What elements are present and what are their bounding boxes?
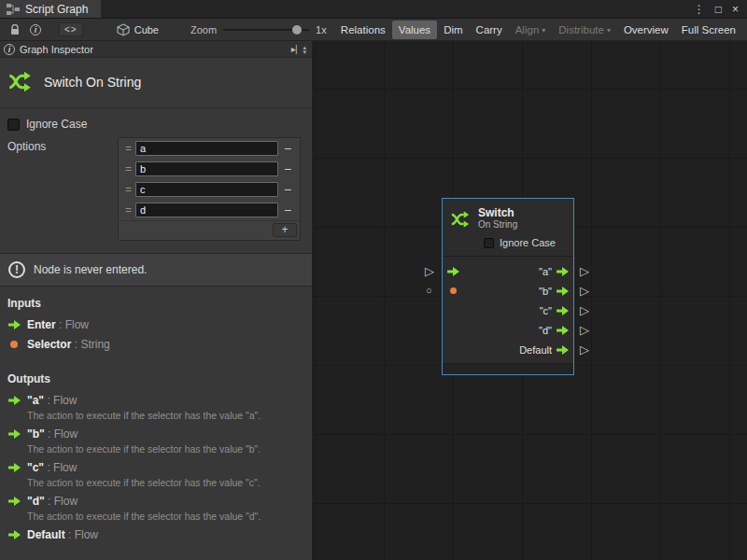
drag-handle-icon[interactable]: = bbox=[121, 203, 135, 217]
kebab-icon[interactable]: ⋮ bbox=[694, 3, 705, 16]
drag-handle-icon[interactable]: = bbox=[121, 183, 135, 196]
info-icon: i bbox=[30, 24, 41, 35]
output-port-marker-icon[interactable]: ▷ bbox=[580, 285, 589, 297]
port-name: "b" bbox=[27, 427, 45, 441]
align-label: Align bbox=[515, 24, 540, 35]
ignore-case-checkbox[interactable] bbox=[484, 238, 494, 248]
output-port-marker-icon[interactable]: ▷ bbox=[580, 324, 589, 336]
zoom-value: 1x bbox=[316, 24, 327, 35]
selector-port-marker-icon[interactable]: ○ bbox=[426, 286, 432, 296]
output-port-marker-icon[interactable]: ▷ bbox=[580, 265, 589, 277]
drag-handle-icon[interactable]: = bbox=[121, 162, 135, 175]
node-inspector-title: Switch On String bbox=[0, 58, 312, 108]
options-list-footer: + bbox=[119, 220, 300, 240]
tab-title: Script Graph bbox=[25, 3, 88, 16]
zoom-slider[interactable] bbox=[223, 29, 309, 31]
chevron-down-icon: ▾ bbox=[607, 26, 611, 35]
warning-text: Node is never entered. bbox=[34, 263, 147, 276]
output-entry-d: "d" : Flow The action to execute if the … bbox=[0, 491, 312, 525]
graph-toolbar: i <> Cube Zoom 1x Relations Values Dim C… bbox=[0, 19, 747, 41]
switch-node[interactable]: Switch On String Ignore Case "a" "b" "c" bbox=[442, 198, 574, 375]
port-type: Flow bbox=[65, 318, 89, 331]
port-row: "c" bbox=[443, 301, 573, 320]
graph-canvas[interactable]: ▷ ○ ▷ ▷ ▷ ▷ ▷ Switch On String Ignore Ca… bbox=[313, 41, 747, 560]
distribute-button[interactable]: Distribute ▾ bbox=[552, 21, 617, 39]
output-entry-b: "b" : Flow The action to execute if the … bbox=[0, 424, 312, 457]
remove-option-button[interactable]: − bbox=[278, 161, 297, 176]
close-icon[interactable]: × bbox=[732, 3, 739, 16]
option-input-2[interactable] bbox=[135, 182, 278, 197]
ignore-case-label: Ignore Case bbox=[500, 237, 556, 248]
node-title: Switch bbox=[478, 207, 517, 219]
option-input-0[interactable] bbox=[135, 141, 278, 156]
lock-button[interactable] bbox=[5, 21, 25, 38]
ignore-case-checkbox[interactable] bbox=[7, 119, 20, 131]
port-label: "d" bbox=[539, 325, 552, 336]
cube-icon bbox=[117, 23, 130, 36]
port-name: Enter bbox=[27, 318, 56, 331]
list-item: = − bbox=[119, 179, 300, 200]
port-type: Flow bbox=[53, 394, 77, 407]
carry-button[interactable]: Carry bbox=[470, 21, 509, 39]
port-type: Flow bbox=[54, 495, 78, 508]
align-button[interactable]: Align ▾ bbox=[509, 21, 553, 39]
list-item: = − bbox=[119, 138, 300, 159]
remove-option-button[interactable]: − bbox=[278, 203, 297, 217]
tab-script-graph[interactable]: Script Graph bbox=[0, 0, 101, 18]
option-input-3[interactable] bbox=[135, 203, 278, 217]
input-entry-selector: Selector : String bbox=[0, 334, 312, 354]
relations-button[interactable]: Relations bbox=[334, 21, 392, 39]
enter-port-icon[interactable] bbox=[447, 267, 459, 276]
output-port-icon[interactable] bbox=[557, 287, 569, 296]
add-option-button[interactable]: + bbox=[273, 223, 297, 237]
scroll-down-icon[interactable]: ▾ bbox=[303, 49, 306, 54]
option-input-1[interactable] bbox=[135, 161, 278, 176]
node-ignore-case-row: Ignore Case bbox=[443, 235, 573, 256]
output-entry-default: Default : Flow bbox=[0, 525, 312, 544]
overview-button[interactable]: Overview bbox=[617, 21, 675, 39]
port-description: The action to execute if the selector ha… bbox=[27, 477, 261, 488]
dim-button[interactable]: Dim bbox=[437, 21, 469, 39]
output-entry-a: "a" : Flow The action to execute if the … bbox=[0, 390, 312, 424]
drag-handle-icon[interactable]: = bbox=[121, 142, 135, 155]
dock-icon[interactable]: ▸| bbox=[291, 44, 297, 54]
port-type: Flow bbox=[75, 528, 98, 541]
port-row: "d" bbox=[443, 320, 573, 340]
inputs-header: Inputs bbox=[0, 287, 312, 315]
remove-option-button[interactable]: − bbox=[278, 182, 297, 197]
flow-arrow-icon bbox=[8, 530, 21, 539]
output-port-icon[interactable] bbox=[557, 326, 569, 335]
output-port-icon[interactable] bbox=[557, 306, 569, 315]
output-port-icon[interactable] bbox=[557, 345, 569, 355]
output-port-icon[interactable] bbox=[557, 267, 569, 276]
switch-icon bbox=[7, 69, 33, 94]
enter-port-marker-icon[interactable]: ▷ bbox=[425, 265, 434, 277]
flow-arrow-icon bbox=[8, 497, 21, 506]
maximize-icon[interactable]: □ bbox=[715, 3, 722, 16]
port-description: The action to execute if the selector ha… bbox=[27, 443, 261, 455]
options-label: Options bbox=[7, 137, 46, 153]
warning-icon: ! bbox=[8, 261, 25, 278]
flow-arrow-icon bbox=[8, 396, 21, 405]
info-button[interactable]: i bbox=[25, 21, 46, 38]
string-port-icon bbox=[10, 341, 18, 348]
port-label: "c" bbox=[540, 305, 552, 316]
node-footer bbox=[443, 363, 573, 374]
flow-arrow-icon bbox=[8, 320, 21, 329]
page-title: Switch On String bbox=[44, 75, 141, 90]
full-screen-button[interactable]: Full Screen bbox=[675, 21, 742, 39]
port-name: Default bbox=[27, 528, 65, 541]
selector-port-icon[interactable] bbox=[450, 287, 457, 294]
scroll-arrows[interactable]: ▴▾ bbox=[301, 45, 308, 54]
output-port-marker-icon[interactable]: ▷ bbox=[580, 343, 589, 356]
zoom-slider-thumb[interactable] bbox=[292, 25, 302, 35]
port-row: "b" bbox=[443, 281, 573, 301]
port-type: Flow bbox=[54, 427, 78, 441]
list-item: = − bbox=[119, 200, 300, 220]
remove-option-button[interactable]: − bbox=[278, 141, 297, 156]
target-object-button[interactable]: Cube bbox=[117, 23, 159, 36]
code-view-button[interactable]: <> bbox=[59, 22, 83, 36]
window-controls: ⋮ □ × bbox=[694, 0, 747, 18]
output-port-marker-icon[interactable]: ▷ bbox=[580, 304, 589, 316]
values-button[interactable]: Values bbox=[392, 21, 437, 39]
